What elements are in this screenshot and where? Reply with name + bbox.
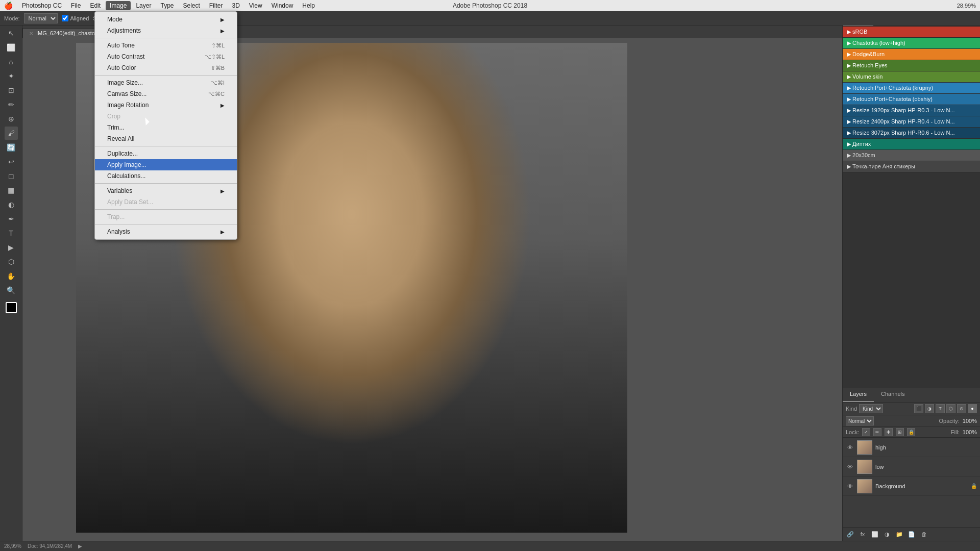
menubar-select[interactable]: Select <box>179 1 204 10</box>
menu-auto-color-shortcut: ⇧⌘B <box>211 65 225 71</box>
filter-adj-icon[interactable]: ◑ <box>925 404 934 413</box>
filter-type-icon[interactable]: T <box>936 404 945 413</box>
fill-value[interactable]: 100% <box>963 429 977 435</box>
menu-image-size[interactable]: Image Size... ⌥⌘I <box>95 77 237 88</box>
filter-shape-icon[interactable]: ⬡ <box>946 404 955 413</box>
filter-smart-icon[interactable]: ⊙ <box>957 404 966 413</box>
tool-magic-wand[interactable]: ✦ <box>5 69 18 83</box>
menubar-image[interactable]: Image <box>106 1 131 10</box>
opacity-value[interactable]: 100% <box>963 418 977 424</box>
menubar-layer[interactable]: Layer <box>132 1 155 10</box>
menubar-help[interactable]: Help <box>298 1 319 10</box>
menubar-view[interactable]: View <box>245 1 266 10</box>
action-item[interactable]: ▶ Chastotka (low+high) <box>843 38 980 49</box>
delete-layer-icon[interactable]: 🗑 <box>919 530 928 539</box>
tool-eraser[interactable]: ◻ <box>5 169 18 183</box>
menubar-window[interactable]: Window <box>267 1 298 10</box>
layer-lock-background: 🔒 <box>971 483 977 489</box>
action-item[interactable]: ▶ Точка-тире Аня стикеры <box>843 161 980 172</box>
layer-row-low[interactable]: 👁 low <box>843 457 980 477</box>
action-item[interactable]: ▶ sRGB <box>843 27 980 38</box>
tool-shape[interactable]: ⬡ <box>5 255 18 268</box>
layer-eye-high[interactable]: 👁 <box>846 443 854 452</box>
menu-image-rotation[interactable]: Image Rotation ▶ <box>95 99 237 111</box>
tab-channels[interactable]: Channels <box>874 388 912 402</box>
tool-clone[interactable]: 🔄 <box>5 141 18 154</box>
new-group-icon[interactable]: 📁 <box>895 530 904 539</box>
layer-eye-background[interactable]: 👁 <box>846 482 854 490</box>
aligned-checkbox[interactable] <box>62 15 68 21</box>
tool-lasso[interactable]: ⌂ <box>5 55 18 68</box>
lock-check-icon[interactable]: ✓ <box>862 428 870 436</box>
opacity-label: Opacity: <box>939 418 960 424</box>
menu-adjustments-arrow: ▶ <box>220 28 225 34</box>
menu-reveal-all[interactable]: Reveal All <box>95 133 237 144</box>
lock-artboard-icon[interactable]: ⊞ <box>896 428 904 436</box>
menubar-file[interactable]: File <box>67 1 85 10</box>
menu-canvas-size[interactable]: Canvas Size... ⌥⌘C <box>95 88 237 99</box>
apple-menu[interactable]: 🍎 <box>4 2 13 10</box>
menubar-type[interactable]: Type <box>156 1 178 10</box>
layer-eye-low[interactable]: 👁 <box>846 463 854 471</box>
menu-variables[interactable]: Variables ▶ <box>95 185 237 196</box>
action-item[interactable]: ▶ Volume skin <box>843 71 980 83</box>
action-item[interactable]: ▶ Retouch Port+Chastota (obshiy) <box>843 94 980 105</box>
menu-adjustments[interactable]: Adjustments ▶ <box>95 25 237 36</box>
tool-path-select[interactable]: ▶ <box>5 241 18 254</box>
blend-mode-select[interactable]: Normal <box>846 416 874 425</box>
layer-mask-icon[interactable]: ⬜ <box>870 530 879 539</box>
tool-history-brush[interactable]: ↩ <box>5 155 18 168</box>
layer-row-high[interactable]: 👁 high <box>843 438 980 457</box>
menu-auto-contrast[interactable]: Auto Contrast ⌥⇧⌘L <box>95 51 237 62</box>
tool-zoom[interactable]: 🔍 <box>5 284 18 297</box>
menu-trim[interactable]: Trim... <box>95 122 237 133</box>
tool-crop[interactable]: ⊡ <box>5 84 18 97</box>
lock-paint-icon[interactable]: ✏ <box>873 428 881 436</box>
action-item[interactable]: ▶ Диптих <box>843 139 980 150</box>
tool-type[interactable]: T <box>5 227 18 240</box>
layer-row-background[interactable]: 👁 Background 🔒 <box>843 477 980 496</box>
menu-duplicate[interactable]: Duplicate... <box>95 148 237 159</box>
filter-pixel-icon[interactable]: ⬛ <box>914 404 923 413</box>
menu-mode[interactable]: Mode ▶ <box>95 14 237 25</box>
menubar-3d[interactable]: 3D <box>228 1 244 10</box>
menu-calculations[interactable]: Calculations... <box>95 170 237 182</box>
action-item[interactable]: ▶ Retouch Eyes <box>843 60 980 71</box>
tool-move[interactable]: ↖ <box>5 27 18 40</box>
tab-layers[interactable]: Layers <box>843 388 874 402</box>
tool-foreground-color[interactable] <box>6 302 17 313</box>
tool-hand[interactable]: ✋ <box>5 269 18 283</box>
lock-all-icon[interactable]: 🔒 <box>907 428 915 436</box>
menubar-edit[interactable]: Edit <box>86 1 105 10</box>
action-item[interactable]: ▶ Resize 3072px Sharp HP-R0.6 - Low N... <box>843 128 980 139</box>
menubar-filter[interactable]: Filter <box>205 1 227 10</box>
lock-move-icon[interactable]: ✚ <box>885 428 893 436</box>
action-item[interactable]: ▶ 20x30cm <box>843 150 980 161</box>
menu-apply-image[interactable]: Apply Image... <box>95 159 237 170</box>
filter-toggle-icon[interactable]: ● <box>968 404 977 413</box>
new-layer-icon[interactable]: 📄 <box>907 530 916 539</box>
tool-dodge[interactable]: ◐ <box>5 198 18 211</box>
menu-auto-tone[interactable]: Auto Tone ⇧⌘L <box>95 40 237 51</box>
tool-brush[interactable]: 🖌 <box>5 127 18 140</box>
menu-auto-color[interactable]: Auto Color ⇧⌘B <box>95 62 237 73</box>
mode-select[interactable]: Normal <box>24 13 58 23</box>
tool-select-rect[interactable]: ⬜ <box>5 41 18 54</box>
menu-image-rotation-label: Image Rotation <box>107 102 149 109</box>
tab-close-icon[interactable]: ✕ <box>29 31 33 36</box>
tool-eyedropper[interactable]: ✏ <box>5 98 18 111</box>
action-item[interactable]: ▶ Resize 1920px Sharp HP-R0.3 - Low N... <box>843 105 980 116</box>
action-item[interactable]: ▶ Dodge&Burn <box>843 49 980 60</box>
layer-style-icon[interactable]: fx <box>858 530 867 539</box>
tool-gradient[interactable]: ▦ <box>5 184 18 197</box>
adjustment-layer-icon[interactable]: ◑ <box>883 530 892 539</box>
tool-healing[interactable]: ⊕ <box>5 112 18 126</box>
tool-pen[interactable]: ✒ <box>5 212 18 226</box>
action-item[interactable]: ▶ Retouch Port+Chastota (krupny) <box>843 83 980 94</box>
kind-select[interactable]: Kind <box>859 404 883 413</box>
status-arrow[interactable]: ▶ <box>78 543 82 549</box>
menu-analysis[interactable]: Analysis ▶ <box>95 226 237 237</box>
action-item[interactable]: ▶ Resize 2400px Sharp HP-R0.4 - Low N... <box>843 116 980 128</box>
link-layers-icon[interactable]: 🔗 <box>846 530 855 539</box>
menubar-photoshop[interactable]: Photoshop CC <box>18 1 66 10</box>
